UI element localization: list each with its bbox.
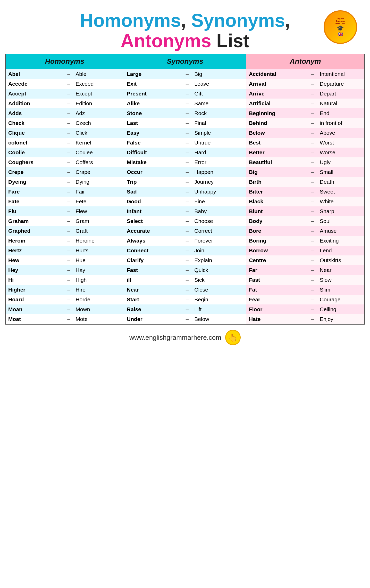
header-synonyms: Synonyms <box>124 54 246 69</box>
homonym-pair: Hire <box>74 285 124 295</box>
synonym-dash: – <box>181 167 194 177</box>
antonym-dash: – <box>307 128 319 138</box>
table-row: Accept – Except Present – Gift Arrive – … <box>5 89 365 99</box>
synonym-pair: Leave <box>193 79 246 89</box>
homonym-word: colonel <box>5 138 63 148</box>
homonym-pair: Horde <box>74 295 124 304</box>
table-row: Graham – Gram Select – Choose Body – Sou… <box>5 216 365 226</box>
antonym-dash: – <box>307 89 319 99</box>
antonym-word: Accidental <box>246 69 307 79</box>
homonym-pair: Crape <box>74 167 124 177</box>
synonym-word: Mistake <box>124 157 181 167</box>
antonym-pair: Lend <box>319 246 365 255</box>
synonym-dash: – <box>181 295 194 304</box>
synonym-dash: – <box>181 265 194 275</box>
synonym-dash: – <box>181 177 194 187</box>
antonym-word: Arrival <box>246 79 307 89</box>
synonym-dash: – <box>181 69 194 79</box>
homonym-dash: – <box>63 236 75 246</box>
antonym-word: Blunt <box>246 206 307 216</box>
antonym-pair: End <box>319 108 365 118</box>
homonym-pair: Kernel <box>74 138 124 148</box>
homonym-dash: – <box>63 206 75 216</box>
homonym-word: Moat <box>5 314 63 324</box>
synonym-pair: Baby <box>193 206 246 216</box>
synonym-word: Alike <box>124 99 181 108</box>
antonym-dash: – <box>307 108 319 118</box>
header-antonyms: Antonym <box>246 54 365 69</box>
homonym-pair: Hurts <box>74 246 124 255</box>
homonym-dash: – <box>63 148 75 157</box>
synonym-word: Accurate <box>124 226 181 236</box>
synonym-word: Select <box>124 216 181 226</box>
homonym-dash: – <box>63 128 75 138</box>
synonym-dash: – <box>181 197 194 206</box>
table-row: Hertz – Hurts Connect – Join Borrow – Le… <box>5 246 365 255</box>
antonym-pair: Depart <box>319 89 365 99</box>
table-row: Clique – Click Easy – Simple Below – Abo… <box>5 128 365 138</box>
antonym-dash: – <box>307 118 319 128</box>
antonym-pair: Above <box>319 128 365 138</box>
antonym-pair: Intentional <box>319 69 365 79</box>
antonym-pair: Slim <box>319 285 365 295</box>
table-row: Dyeing – Dying Trip – Journey Birth – De… <box>5 177 365 187</box>
antonym-word: Fast <box>246 275 307 285</box>
synonym-dash: – <box>181 304 194 314</box>
homonym-word: Hey <box>5 265 63 275</box>
homonym-pair: High <box>74 275 124 285</box>
antonym-dash: – <box>307 216 319 226</box>
table-row: Accede – Exceed Exit – Leave Arrival – D… <box>5 79 365 89</box>
homonym-word: Hi <box>5 275 63 285</box>
homonym-dash: – <box>63 226 75 236</box>
homonym-pair: Able <box>74 69 124 79</box>
homonym-word: Fare <box>5 187 63 197</box>
table-row: Adds – Adz Stone – Rock Beginning – End <box>5 108 365 118</box>
homonym-dash: – <box>63 187 75 197</box>
antonym-dash: – <box>307 69 319 79</box>
antonym-word: Birth <box>246 177 307 187</box>
homonym-pair: Coffers <box>74 157 124 167</box>
header-homonyms: Homonyms <box>5 54 124 69</box>
homonym-dash: – <box>63 304 75 314</box>
antonym-word: Hate <box>246 314 307 324</box>
table-row: Coughers – Coffers Mistake – Error Beaut… <box>5 157 365 167</box>
antonym-pair: Exciting <box>319 236 365 246</box>
homonym-dash: – <box>63 138 75 148</box>
title-section: Homonyms, Synonyms, Antonyms List Englis… <box>5 10 365 51</box>
synonym-word: False <box>124 138 181 148</box>
table-row: Coolie – Coulee Difficult – Hard Better … <box>5 148 365 157</box>
antonym-word: Far <box>246 265 307 275</box>
homonym-dash: – <box>63 108 75 118</box>
antonym-dash: – <box>307 265 319 275</box>
antonym-pair: Departure <box>319 79 365 89</box>
footer-icon: 👆 <box>225 330 241 345</box>
homonym-word: Graham <box>5 216 63 226</box>
antonym-dash: – <box>307 246 319 255</box>
homonym-word: Accede <box>5 79 63 89</box>
table-row: Abel – Able Large – Big Accidental – Int… <box>5 69 365 79</box>
antonym-dash: – <box>307 148 319 157</box>
synonym-pair: Simple <box>193 128 246 138</box>
homonym-dash: – <box>63 79 75 89</box>
antonym-pair: Sweet <box>319 187 365 197</box>
synonym-pair: Fine <box>193 197 246 206</box>
antonym-pair: Enjoy <box>319 314 365 324</box>
synonym-dash: – <box>181 246 194 255</box>
homonym-dash: – <box>63 197 75 206</box>
homonym-pair: Adz <box>74 108 124 118</box>
table-body: Abel – Able Large – Big Accidental – Int… <box>5 69 365 324</box>
table-row: Moan – Mown Raise – Lift Floor – Ceiling <box>5 304 365 314</box>
antonym-word: Floor <box>246 304 307 314</box>
synonym-word: Under <box>124 314 181 324</box>
homonym-word: Hew <box>5 255 63 265</box>
synonym-pair: Untrue <box>193 138 246 148</box>
antonym-word: Beginning <box>246 108 307 118</box>
antonym-word: Fat <box>246 285 307 295</box>
antonym-pair: Slow <box>319 275 365 285</box>
antonym-word: Bore <box>246 226 307 236</box>
homonym-dash: – <box>63 118 75 128</box>
antonym-pair: Sharp <box>319 206 365 216</box>
table-row: Addition – Edition Alike – Same Artifici… <box>5 99 365 108</box>
homonym-dash: – <box>63 295 75 304</box>
table-row: Hoard – Horde Start – Begin Fear – Coura… <box>5 295 365 304</box>
